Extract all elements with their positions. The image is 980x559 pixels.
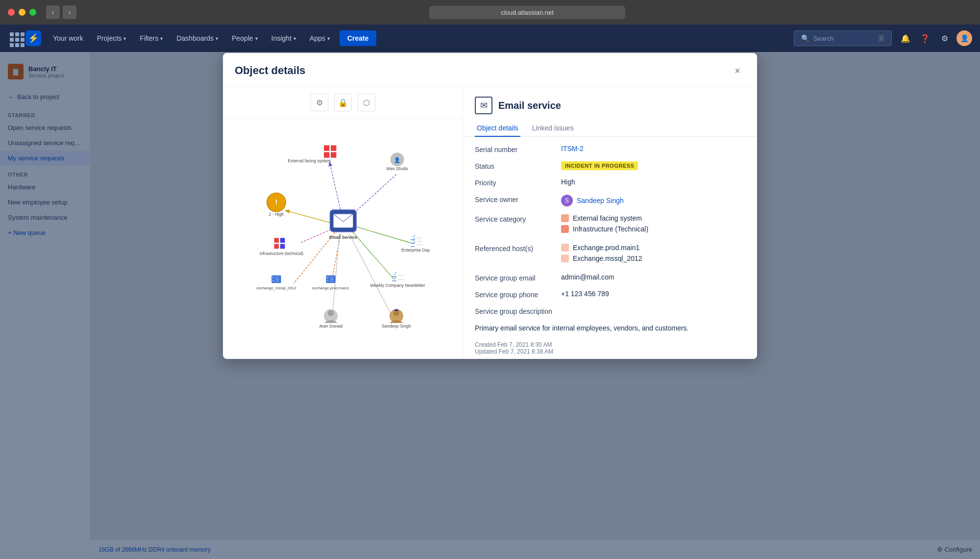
- user-avatar[interactable]: 👤: [956, 30, 972, 46]
- category-name-2[interactable]: Infrastructure (Technical): [573, 225, 648, 233]
- svg-text:External facing system: External facing system: [288, 158, 331, 163]
- category-dot-2: [561, 225, 569, 233]
- updated-text: Updated Feb 7, 2021 8:38 AM: [475, 348, 745, 355]
- svg-line-2: [287, 211, 334, 224]
- search-bar[interactable]: 🔍 Search /: [794, 30, 892, 46]
- svg-rect-51: [330, 280, 334, 280]
- svg-text:✓: ✓: [412, 240, 416, 246]
- graph-settings-button[interactable]: ⚙: [311, 94, 328, 111]
- svg-text:exchange_mssql_2012: exchange_mssql_2012: [256, 286, 296, 290]
- referenced-hosts-label: Referenced host(s): [475, 244, 553, 253]
- traffic-lights: [8, 9, 36, 16]
- forward-button[interactable]: ›: [63, 5, 76, 19]
- svg-rect-10: [324, 145, 329, 151]
- graph-lock-button[interactable]: 🔒: [334, 94, 352, 111]
- svg-rect-56: [272, 280, 274, 281]
- category-item-2: Infrastructure (Technical): [561, 225, 745, 233]
- field-status: Status INCIDENT IN PROGRESS: [475, 161, 745, 170]
- svg-rect-59: [275, 280, 280, 280]
- nav-icons: 🔔 ❓ ⚙ 👤: [898, 30, 972, 46]
- service-owner-label: Service owner: [475, 195, 553, 203]
- svg-rect-13: [331, 152, 336, 157]
- host-name-1[interactable]: Exchange.prod.main1: [573, 244, 639, 252]
- referenced-hosts-values: Exchange.prod.main1 Exchange.mssql_2012: [561, 244, 745, 265]
- field-service-group-phone: Service group phone +1 123 456 789: [475, 290, 745, 299]
- svg-rect-11: [331, 145, 336, 151]
- svg-text:✓: ✓: [393, 275, 397, 280]
- app-switcher-button[interactable]: [8, 30, 24, 46]
- settings-button[interactable]: ⚙: [937, 30, 953, 46]
- serial-number-label: Serial number: [475, 145, 553, 153]
- svg-text:Jean Duvaal: Jean Duvaal: [319, 324, 343, 329]
- svg-rect-24: [280, 244, 285, 249]
- chevron-down-icon: ▾: [216, 36, 218, 41]
- nav-apps[interactable]: Apps ▾: [304, 30, 336, 46]
- svg-rect-58: [275, 279, 279, 279]
- back-button[interactable]: ‹: [46, 5, 60, 19]
- chevron-down-icon: ▾: [123, 36, 126, 41]
- close-traffic-light[interactable]: [8, 9, 15, 16]
- owner-name[interactable]: Sandeep Singh: [577, 197, 745, 204]
- notifications-button[interactable]: 🔔: [898, 30, 913, 46]
- nav-filters[interactable]: Filters ▾: [134, 30, 169, 46]
- tab-linked-issues[interactable]: Linked issues: [530, 120, 576, 137]
- category-item-1: External facing system: [561, 214, 745, 222]
- modal-title: Object details: [235, 64, 305, 77]
- nav-people[interactable]: People ▾: [226, 30, 264, 46]
- priority-label: Priority: [475, 178, 553, 187]
- field-service-owner: Service owner S Sandeep Singh: [475, 195, 745, 206]
- brand-icon[interactable]: ⚡: [25, 30, 41, 46]
- svg-text:Sandeep Singh: Sandeep Singh: [382, 324, 411, 329]
- svg-text:exchange.prod.main1: exchange.prod.main1: [312, 286, 349, 290]
- field-referenced-hosts: Referenced host(s) Exchange.prod.main1 E…: [475, 244, 745, 265]
- category-dot-1: [561, 214, 569, 222]
- host-dot-1: [561, 244, 569, 252]
- nav-arrows: ‹ ›: [46, 5, 76, 19]
- status-value: INCIDENT IN PROGRESS: [561, 161, 745, 170]
- svg-text:!: !: [275, 198, 278, 206]
- help-button[interactable]: ❓: [917, 30, 933, 46]
- create-button[interactable]: Create: [340, 30, 377, 46]
- url-bar[interactable]: cloud.atlassian.net: [429, 6, 625, 19]
- svg-rect-60: [275, 281, 279, 282]
- host-name-2[interactable]: Exchange.mssql_2012: [573, 254, 642, 262]
- modal-header: Object details ×: [223, 53, 757, 87]
- status-label: Status: [475, 161, 553, 170]
- svg-text:2 - High: 2 - High: [269, 212, 284, 217]
- graph-panel: ⚙ 🔒 ⬡: [223, 87, 463, 359]
- maximize-traffic-light[interactable]: [29, 9, 36, 16]
- modal-body: ⚙ 🔒 ⬡: [223, 87, 757, 359]
- search-icon: 🔍: [801, 34, 809, 42]
- service-owner-value: S Sandeep Singh: [561, 195, 745, 206]
- svg-line-4: [353, 226, 411, 243]
- svg-rect-49: [330, 277, 334, 277]
- service-category-label: Service category: [475, 214, 553, 223]
- svg-line-9: [349, 234, 394, 321]
- title-bar: ‹ › cloud.atlassian.net: [0, 0, 980, 25]
- svg-rect-47: [327, 277, 329, 279]
- tab-object-details[interactable]: Object details: [475, 120, 520, 137]
- object-details-modal: Object details × ⚙ 🔒 ⬡: [223, 53, 757, 359]
- graph-svg: External facing system 👤 Wes Shults ! 2 …: [223, 119, 463, 359]
- svg-rect-12: [324, 152, 329, 157]
- nav-insight[interactable]: Insight ▾: [266, 30, 302, 46]
- category-name-1[interactable]: External facing system: [573, 214, 642, 222]
- nav-dashboards[interactable]: Dashboards ▾: [171, 30, 224, 46]
- created-text: Created Feb 7, 2021 8:30 AM: [475, 341, 745, 348]
- modal-close-button[interactable]: ×: [730, 63, 745, 78]
- priority-value: High: [561, 178, 745, 186]
- svg-line-1: [349, 175, 396, 218]
- nav-projects[interactable]: Projects ▾: [91, 30, 132, 46]
- search-shortcut: /: [878, 35, 884, 42]
- service-group-email-label: Service group email: [475, 273, 553, 282]
- minimize-traffic-light[interactable]: [19, 9, 25, 16]
- service-group-desc-label: Service group description: [475, 306, 553, 315]
- svg-rect-57: [275, 277, 280, 277]
- service-category-values: External facing system Infrastructure (T…: [561, 214, 745, 236]
- field-priority: Priority High: [475, 178, 745, 187]
- svg-point-63: [328, 310, 334, 316]
- serial-number-value[interactable]: ITSM-2: [561, 145, 745, 152]
- graph-export-button[interactable]: ⬡: [358, 94, 375, 111]
- nav-your-work[interactable]: Your work: [47, 30, 89, 46]
- svg-text:Enterprise Day: Enterprise Day: [401, 248, 430, 253]
